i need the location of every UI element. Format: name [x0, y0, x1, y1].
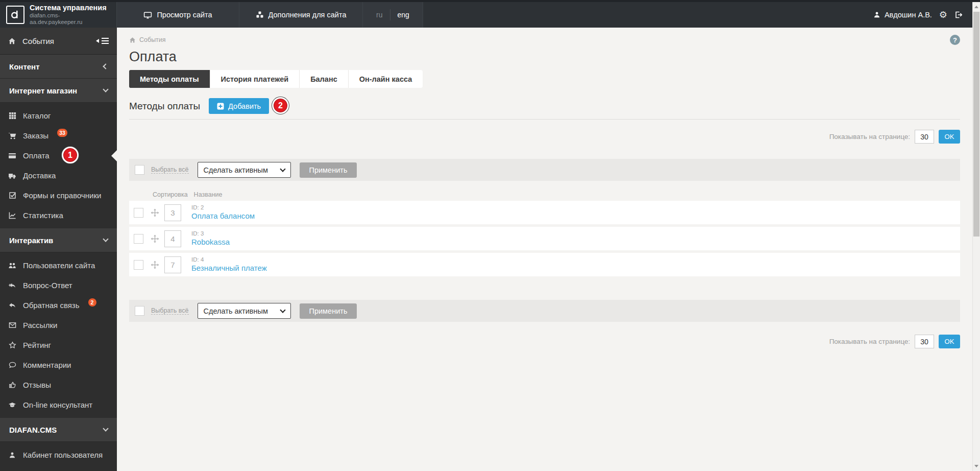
sidebar-item-payment[interactable]: Оплата: [0, 146, 117, 166]
sidebar-collapse-control[interactable]: [96, 38, 109, 44]
cart-icon: [8, 132, 16, 140]
payment-method-link[interactable]: Оплата балансом: [191, 211, 255, 220]
per-page-control-bottom: Показывать на странице: OK: [129, 335, 960, 348]
sidebar-item-rating[interactable]: Рейтинг: [0, 335, 117, 355]
per-page-input[interactable]: [915, 130, 934, 144]
bulk-action-select[interactable]: Сделать активным: [198, 303, 291, 319]
sidebar-item-label: Статистика: [23, 211, 63, 220]
payment-method-link[interactable]: Безналичный платеж: [191, 264, 267, 272]
scrollbar-thumb[interactable]: [973, 12, 979, 237]
payment-method-link[interactable]: Robokassa: [191, 238, 230, 246]
users-icon: [8, 262, 16, 270]
annotation-step-1: 1: [62, 147, 79, 163]
active-item-arrow: [111, 150, 117, 161]
per-page-input[interactable]: [915, 335, 934, 348]
select-all-link[interactable]: Выбрать всё: [151, 307, 189, 315]
move-icon[interactable]: [151, 261, 159, 269]
sidebar-item-label: Комментарии: [23, 361, 71, 369]
user-icon: [8, 452, 16, 459]
scroll-down-arrow[interactable]: [973, 462, 980, 470]
sidebar-item-catalog[interactable]: Каталог: [0, 106, 117, 126]
ok-button[interactable]: OK: [939, 335, 960, 348]
comment-icon: [8, 361, 16, 369]
bulk-action-value: Сделать активным: [204, 166, 268, 174]
chevron-down-icon: [103, 236, 108, 242]
sidebar-section-content[interactable]: Контент: [0, 55, 117, 79]
sidebar-item-qa[interactable]: Вопрос-Ответ: [0, 275, 117, 295]
row-id: ID: 2: [191, 204, 255, 211]
user-name-label: Авдошин А.В.: [885, 11, 932, 19]
sidebar-item-newsletters[interactable]: Рассылки: [0, 315, 117, 335]
sidebar-item-label: Отзывы: [23, 381, 51, 389]
sort-order-input[interactable]: [164, 256, 181, 273]
logout-icon[interactable]: [954, 11, 963, 19]
menu-icon: [102, 38, 109, 44]
sidebar-item-events[interactable]: События: [0, 28, 117, 55]
top-strip: [0, 0, 980, 2]
sidebar-item-statistics[interactable]: Статистика: [0, 205, 117, 225]
tab-payment-history[interactable]: История платежей: [210, 70, 300, 88]
tab-payment-methods[interactable]: Методы оплаты: [129, 70, 210, 88]
breadcrumb-item[interactable]: События: [139, 36, 166, 43]
per-page-control-top: Показывать на странице: OK: [129, 130, 960, 144]
bulk-action-select[interactable]: Сделать активным: [198, 162, 291, 178]
sidebar-item-comments[interactable]: Комментарии: [0, 355, 117, 375]
sidebar-section-interactive[interactable]: Интерактив: [0, 228, 117, 252]
breadcrumb: События ?: [129, 35, 960, 45]
move-icon[interactable]: [151, 208, 159, 217]
view-site-button[interactable]: Просмотр сайта: [117, 2, 239, 28]
gear-icon[interactable]: ⚙: [939, 10, 947, 19]
sidebar-item-label: Обратная связь: [23, 301, 80, 310]
current-user[interactable]: Авдошин А.В.: [873, 11, 932, 19]
sort-order-input[interactable]: [164, 230, 181, 247]
sidebar-item-delivery[interactable]: Доставка: [0, 166, 117, 185]
sidebar-item-user-cabinet[interactable]: Кабинет пользователя: [0, 445, 117, 465]
section-header: Методы оплаты Добавить: [129, 88, 960, 120]
row-id: ID: 4: [191, 256, 267, 263]
row-checkbox[interactable]: [134, 260, 143, 270]
sidebar-section-diafan[interactable]: DIAFAN.CMS: [0, 418, 117, 442]
select-all-checkbox[interactable]: [135, 165, 144, 175]
chevron-down-icon: [103, 426, 108, 431]
sidebar-item-online-consultant[interactable]: On-line консультант: [0, 395, 117, 415]
site-domain: diafan.cms-aa.dev.paykeeper.ru: [30, 12, 110, 26]
main-content: События ? Оплата Методы оплаты История п…: [117, 28, 972, 471]
sidebar: События Контент Интернет магазин Каталог…: [0, 28, 117, 471]
help-icon[interactable]: ?: [950, 35, 960, 45]
lang-ru[interactable]: ru: [369, 2, 389, 28]
per-page-label: Показывать на странице:: [829, 338, 910, 345]
sidebar-item-label: Пользователи сайта: [23, 261, 95, 270]
sidebar-item-feedback[interactable]: Обратная связь 2: [0, 295, 117, 315]
sort-order-input[interactable]: [164, 204, 181, 221]
tab-balance[interactable]: Баланс: [300, 70, 349, 88]
sidebar-section-shop[interactable]: Интернет магазин: [0, 79, 117, 103]
consultant-icon: [8, 401, 16, 409]
orders-count-badge: 33: [57, 129, 67, 137]
shop-submenu: Каталог Заказы 33 Оплата Доставка: [0, 103, 117, 228]
sidebar-item-label: Формы и справочники: [23, 191, 101, 200]
sidebar-item-orders[interactable]: Заказы 33: [0, 126, 117, 146]
apply-button[interactable]: Применить: [300, 162, 357, 178]
sidebar-item-forms[interactable]: Формы и справочники: [0, 185, 117, 205]
scroll-up-arrow[interactable]: [973, 3, 980, 11]
column-sort: Сортировка: [153, 191, 188, 198]
diafan-submenu: Кабинет пользователя: [0, 442, 117, 468]
move-icon[interactable]: [151, 234, 159, 243]
sidebar-item-site-users[interactable]: Пользователи сайта: [0, 255, 117, 275]
select-all-link[interactable]: Выбрать всё: [151, 166, 189, 174]
row-checkbox[interactable]: [134, 208, 143, 218]
sidebar-item-reviews[interactable]: Отзывы: [0, 375, 117, 395]
ok-button[interactable]: OK: [939, 130, 960, 144]
apply-button[interactable]: Применить: [300, 303, 357, 319]
scrollbar[interactable]: [972, 2, 980, 471]
row-checkbox[interactable]: [134, 234, 143, 244]
lang-eng[interactable]: eng: [390, 2, 416, 28]
site-addons-button[interactable]: Дополнения для сайта: [239, 2, 363, 28]
section-label: Контент: [9, 62, 39, 71]
logo-block[interactable]: Система управления diafan.cms-aa.dev.pay…: [0, 2, 117, 28]
home-icon[interactable]: [129, 37, 136, 43]
select-all-checkbox[interactable]: [135, 306, 144, 316]
tab-online-cashdesk[interactable]: Он-лайн касса: [349, 70, 423, 88]
reply-all-icon: [8, 281, 16, 290]
add-button[interactable]: Добавить: [209, 98, 269, 114]
